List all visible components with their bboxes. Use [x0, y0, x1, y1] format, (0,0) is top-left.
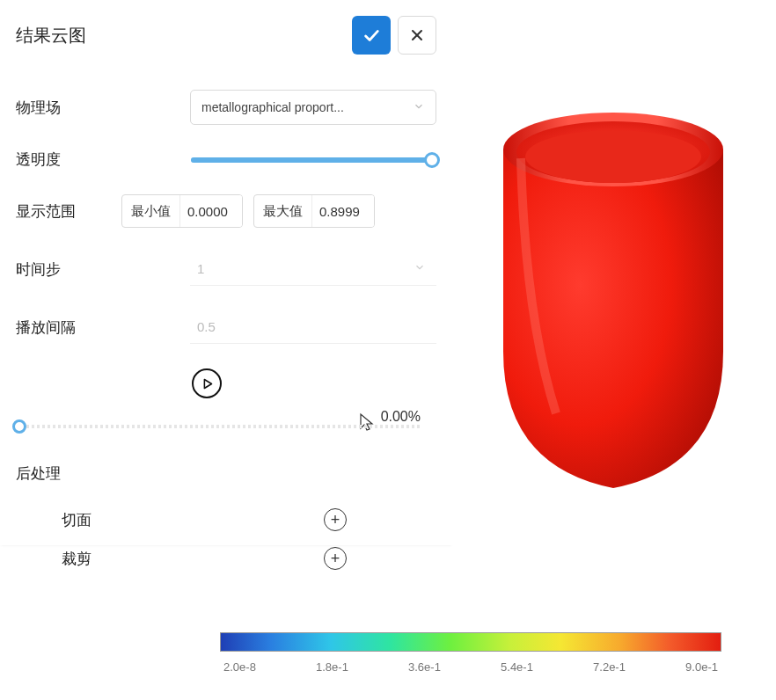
- progress-thumb[interactable]: [12, 419, 26, 434]
- play-row: [16, 368, 436, 398]
- interval-input[interactable]: 0.5: [190, 310, 436, 344]
- confirm-button[interactable]: [352, 16, 391, 55]
- settings-panel: 结果云图 物理场 metallographical proport... 透明度: [0, 0, 450, 545]
- range-min-box: 最小值: [121, 194, 243, 228]
- add-section-cut-button[interactable]: +: [324, 508, 347, 531]
- range-min-label: 最小值: [122, 195, 180, 227]
- play-button[interactable]: [192, 368, 222, 398]
- panel-header: 结果云图: [16, 16, 436, 55]
- timestep-label: 时间步: [16, 259, 121, 280]
- chevron-down-icon: [413, 100, 425, 115]
- range-label: 显示范围: [16, 201, 121, 222]
- timestep-select[interactable]: 1: [190, 252, 436, 286]
- legend-tick: 1.8e-1: [316, 660, 348, 674]
- viewport-3d[interactable]: [450, 0, 776, 545]
- svg-marker-2: [204, 379, 211, 388]
- opacity-slider[interactable]: [191, 157, 433, 163]
- range-group: 最小值 最大值: [121, 194, 436, 228]
- legend-tick: 3.6e-1: [408, 660, 441, 674]
- legend-tick: 7.2e-1: [593, 660, 626, 674]
- svg-point-5: [525, 130, 701, 183]
- color-legend: 2.0e-8 1.8e-1 3.6e-1 5.4e-1 7.2e-1 9.0e-…: [220, 632, 721, 674]
- interval-row: 播放间隔 0.5: [16, 310, 436, 344]
- check-icon: [362, 26, 381, 45]
- physics-field-row: 物理场 metallographical proport...: [16, 90, 436, 125]
- physics-field-select[interactable]: metallographical proport...: [190, 90, 436, 125]
- cursor-icon: [359, 412, 375, 434]
- close-button[interactable]: [398, 16, 436, 55]
- progress-slider[interactable]: [16, 425, 421, 428]
- legend-ticks: 2.0e-8 1.8e-1 3.6e-1 5.4e-1 7.2e-1 9.0e-…: [220, 660, 721, 674]
- opacity-row: 透明度: [16, 149, 436, 170]
- range-max-input[interactable]: [312, 195, 374, 227]
- legend-tick: 2.0e-8: [223, 660, 256, 674]
- plus-icon: +: [331, 550, 340, 568]
- progress-row: 0.00%: [16, 425, 436, 428]
- opacity-slider-thumb[interactable]: [424, 152, 440, 168]
- physics-field-value: metallographical proport...: [201, 100, 344, 114]
- postprocess-title: 后处理: [16, 463, 436, 484]
- crop-row: 裁剪 +: [16, 547, 436, 570]
- add-crop-button[interactable]: +: [324, 547, 347, 570]
- legend-tick: 5.4e-1: [501, 660, 533, 674]
- range-max-box: 最大值: [253, 194, 375, 228]
- timestep-value: 1: [197, 261, 204, 276]
- play-icon: [201, 377, 214, 390]
- chevron-down-icon: [414, 261, 426, 276]
- model-render: [450, 0, 776, 545]
- crop-label: 裁剪: [16, 549, 183, 569]
- section-cut-row: 切面 +: [16, 508, 436, 531]
- section-cut-label: 切面: [16, 510, 183, 530]
- opacity-label: 透明度: [16, 149, 121, 170]
- interval-label: 播放间隔: [16, 317, 121, 338]
- range-min-input[interactable]: [180, 195, 242, 227]
- plus-icon: +: [331, 511, 340, 529]
- panel-title: 结果云图: [16, 24, 86, 47]
- legend-tick: 9.0e-1: [685, 660, 718, 674]
- progress-percent: 0.00%: [381, 409, 421, 425]
- header-buttons: [352, 16, 436, 55]
- range-max-label: 最大值: [254, 195, 312, 227]
- physics-field-label: 物理场: [16, 98, 121, 118]
- timestep-row: 时间步 1: [16, 252, 436, 286]
- close-icon: [408, 26, 426, 44]
- opacity-slider-fill: [191, 157, 433, 163]
- range-row: 显示范围 最小值 最大值: [16, 194, 436, 228]
- legend-bar: [220, 632, 721, 652]
- interval-value: 0.5: [197, 319, 216, 334]
